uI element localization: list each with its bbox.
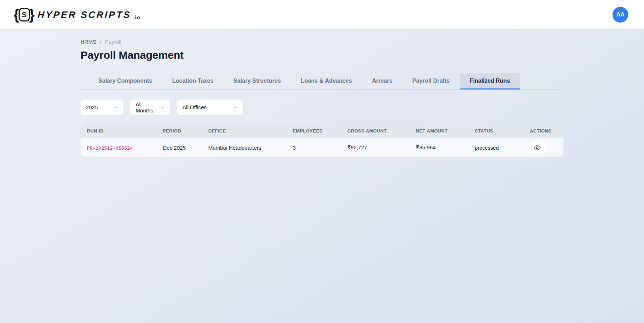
table-header-row: Run ID Period Office Employees Gross Amo… xyxy=(80,124,564,138)
breadcrumb-separator: / xyxy=(100,39,101,45)
finalized-runs-table: Run ID Period Office Employees Gross Amo… xyxy=(80,124,564,157)
office-select-value: All Offices xyxy=(182,104,206,110)
year-select[interactable]: 2025 xyxy=(80,100,123,115)
tab-salary-structures[interactable]: Salary Structures xyxy=(224,73,291,90)
month-select-value: All Months xyxy=(136,101,156,114)
column-header-employees: Employees xyxy=(288,124,342,138)
tab-payroll-drafts[interactable]: Payroll Drafts xyxy=(402,73,460,90)
year-select-value: 2025 xyxy=(86,104,98,110)
page-title: Payroll Management xyxy=(80,49,564,61)
column-header-gross-amount: Gross Amount xyxy=(342,124,411,138)
breadcrumb-hrms[interactable]: HRMS xyxy=(80,39,96,45)
view-run-button[interactable] xyxy=(530,141,545,154)
tab-arrears[interactable]: Arrears xyxy=(362,73,402,90)
top-bar: { S } HYPER SCRIPTS .io AA xyxy=(0,0,644,29)
column-header-status: Status xyxy=(470,124,525,138)
tab-bar: Salary Components Location Taxes Salary … xyxy=(80,73,564,90)
column-header-net-amount: Net Amount xyxy=(411,124,470,138)
logo-brace-right: } xyxy=(29,8,35,22)
tab-salary-components[interactable]: Salary Components xyxy=(88,73,162,90)
avatar[interactable]: AA xyxy=(613,7,628,23)
column-header-office: Office xyxy=(203,124,288,138)
finalized-runs-table-card: Run ID Period Office Employees Gross Amo… xyxy=(80,124,564,157)
filter-row: 2025 All Months All Offices xyxy=(80,100,564,115)
status-value: processed xyxy=(475,145,499,151)
main-content: HRMS / Payroll Payroll Management Salary… xyxy=(80,29,564,157)
logo-suffix: .io xyxy=(133,15,140,20)
column-header-actions: Actions xyxy=(525,124,564,138)
logo-s-badge: S xyxy=(19,8,30,21)
gross-amount-value: ₹92,727 xyxy=(342,138,411,157)
tab-loans-advances[interactable]: Loans & Advances xyxy=(291,73,362,90)
run-id-value: PR-202512-055624 xyxy=(87,145,133,151)
chevron-down-icon xyxy=(233,105,238,110)
table-row: PR-202512-055624 Dec 2025 Mumbai Headqua… xyxy=(80,138,564,157)
net-amount-value: ₹85,964 xyxy=(411,138,470,157)
period-value: Dec 2025 xyxy=(158,138,203,157)
month-select[interactable]: All Months xyxy=(130,100,170,115)
logo-mark-icon: { S } xyxy=(14,8,34,22)
eye-icon xyxy=(534,144,541,151)
column-header-period: Period xyxy=(158,124,203,138)
chevron-down-icon xyxy=(160,105,165,110)
tab-location-taxes[interactable]: Location Taxes xyxy=(162,73,223,90)
office-select[interactable]: All Offices xyxy=(177,100,243,115)
column-header-run-id: Run ID xyxy=(80,124,158,138)
app-logo[interactable]: { S } HYPER SCRIPTS .io xyxy=(14,8,140,22)
office-value: Mumbai Headquarters xyxy=(203,138,288,157)
logo-text: HYPER SCRIPTS xyxy=(37,9,132,20)
employees-value: 3 xyxy=(288,138,342,157)
breadcrumb-payroll: Payroll xyxy=(105,39,121,45)
chevron-down-icon xyxy=(113,105,118,110)
tab-finalized-runs[interactable]: Finalized Runs xyxy=(460,73,520,90)
breadcrumb: HRMS / Payroll xyxy=(80,39,564,45)
